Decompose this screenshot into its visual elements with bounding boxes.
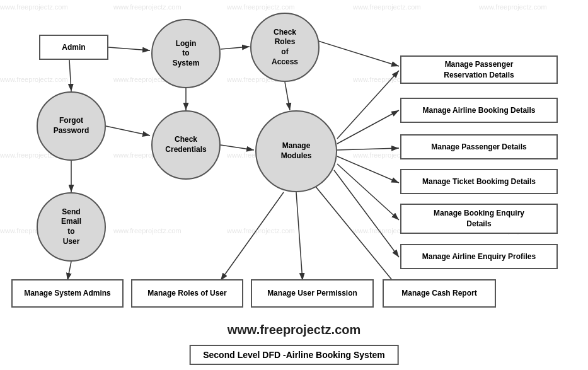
svg-line-5 <box>69 60 71 91</box>
svg-line-9 <box>67 262 71 280</box>
manage-airline-enquiry-node: Manage Airline Enquiry Profiles <box>400 244 558 269</box>
footer-title: Second Level DFD -Airline Booking System <box>189 345 399 365</box>
footer-watermark: www.freeprojectz.com <box>0 323 588 337</box>
manage-system-admins-node: Manage System Admins <box>11 279 124 308</box>
svg-line-1 <box>108 47 150 50</box>
login-to-system-node: LogintoSystem <box>151 19 221 88</box>
manage-user-permission-node: Manage User Permission <box>251 279 374 308</box>
manage-modules-node: ManageModules <box>255 110 337 192</box>
manage-roles-of-user-node: Manage Roles of User <box>131 279 243 308</box>
svg-line-17 <box>296 192 303 280</box>
svg-line-8 <box>221 145 254 150</box>
svg-line-19 <box>318 41 399 66</box>
admin-node: Admin <box>39 35 108 60</box>
svg-line-2 <box>221 47 250 49</box>
manage-booking-enquiry-node: Manage Booking EnquiryDetails <box>400 204 558 234</box>
diagram-container: www.freeprojectz.com www.freeprojectz.co… <box>0 0 588 370</box>
svg-line-11 <box>337 110 399 144</box>
svg-line-3 <box>285 82 290 110</box>
forgot-password-node: ForgotPassword <box>37 91 106 161</box>
svg-line-16 <box>221 192 284 280</box>
svg-line-13 <box>337 156 399 183</box>
manage-ticket-booking-node: Manage Ticket Bookimg Details <box>400 169 558 194</box>
manage-cash-report-node: Manage Cash Report <box>383 279 496 308</box>
manage-airline-booking-node: Manage Airline Booking Details <box>400 98 558 123</box>
send-email-node: SendEmailtoUser <box>37 192 106 262</box>
check-roles-node: CheckRolesofAccess <box>250 13 320 82</box>
svg-line-15 <box>334 170 399 257</box>
manage-passenger-details-node: Manage Passenger Details <box>400 134 558 159</box>
svg-line-14 <box>337 164 399 220</box>
svg-line-6 <box>106 126 150 136</box>
svg-line-12 <box>337 148 399 150</box>
svg-line-10 <box>337 71 399 139</box>
manage-passenger-reservation-node: Manage PassengerReservation Details <box>400 55 558 84</box>
check-credentials-node: CheckCredentials <box>151 110 221 180</box>
